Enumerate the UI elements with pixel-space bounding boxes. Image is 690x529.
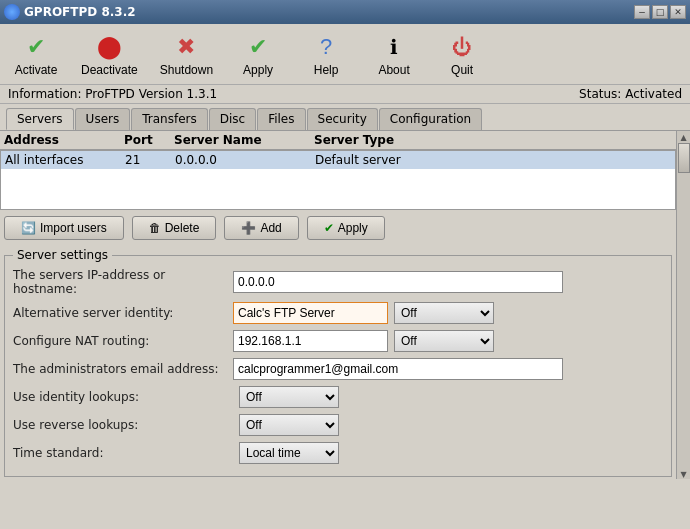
label-identity-lookups: Use identity lookups: bbox=[13, 390, 233, 404]
import-users-label: Import users bbox=[40, 221, 107, 235]
add-label: Add bbox=[260, 221, 281, 235]
settings-row-nat: Configure NAT routing: Off On bbox=[13, 330, 663, 352]
table-header: Address Port Server Name Server Type bbox=[0, 131, 676, 150]
select-time[interactable]: Local time UTC bbox=[239, 442, 339, 464]
select-identity-lookups[interactable]: Off On bbox=[239, 386, 339, 408]
import-users-button[interactable]: 🔄 Import users bbox=[4, 216, 124, 240]
select-identity[interactable]: Off On bbox=[394, 302, 494, 324]
cell-servertype: Default server bbox=[315, 153, 515, 167]
apply-toolbar-label: Apply bbox=[243, 63, 273, 77]
col-header-servertype: Server Type bbox=[314, 133, 514, 147]
apply-label: Apply bbox=[338, 221, 368, 235]
scroll-up-btn[interactable]: ▲ bbox=[680, 133, 686, 142]
settings-row-hostname: The servers IP-address or hostname: bbox=[13, 268, 663, 296]
title-bar: GPROFTPD 8.3.2 − □ ✕ bbox=[0, 0, 690, 24]
input-identity[interactable] bbox=[233, 302, 388, 324]
info-text: Information: ProFTPD Version 1.3.1 bbox=[8, 87, 217, 101]
delete-icon: 🗑 bbox=[149, 221, 161, 235]
about-label: About bbox=[378, 63, 409, 77]
tab-users[interactable]: Users bbox=[75, 108, 131, 130]
scroll-down-btn[interactable]: ▼ bbox=[680, 470, 686, 479]
tab-transfers[interactable]: Transfers bbox=[131, 108, 208, 130]
deactivate-icon: ⬤ bbox=[93, 31, 125, 63]
cell-servername: 0.0.0.0 bbox=[175, 153, 315, 167]
main-content: Address Port Server Name Server Type All… bbox=[0, 131, 690, 479]
settings-row-email: The administrators email address: bbox=[13, 358, 663, 380]
quit-label: Quit bbox=[451, 63, 473, 77]
server-settings-group: Server settings The servers IP-address o… bbox=[4, 248, 672, 477]
maximize-button[interactable]: □ bbox=[652, 5, 668, 19]
quit-button[interactable]: ⏻ Quit bbox=[432, 28, 492, 80]
shutdown-label: Shutdown bbox=[160, 63, 213, 77]
table-body[interactable]: All interfaces 21 0.0.0.0 Default server bbox=[0, 150, 676, 210]
label-time: Time standard: bbox=[13, 446, 233, 460]
app-icon bbox=[4, 4, 20, 20]
cell-port: 21 bbox=[125, 153, 175, 167]
label-nat: Configure NAT routing: bbox=[13, 334, 233, 348]
content-area: Address Port Server Name Server Type All… bbox=[0, 131, 676, 479]
minimize-button[interactable]: − bbox=[634, 5, 650, 19]
activate-button[interactable]: ✔ Activate bbox=[6, 28, 66, 80]
label-identity: Alternative server identity: bbox=[13, 306, 233, 320]
import-users-icon: 🔄 bbox=[21, 221, 36, 235]
tab-disc[interactable]: Disc bbox=[209, 108, 256, 130]
tab-security[interactable]: Security bbox=[307, 108, 378, 130]
select-nat[interactable]: Off On bbox=[394, 330, 494, 352]
apply-icon: ✔ bbox=[324, 221, 334, 235]
help-label: Help bbox=[314, 63, 339, 77]
close-button[interactable]: ✕ bbox=[670, 5, 686, 19]
about-button[interactable]: ℹ About bbox=[364, 28, 424, 80]
col-header-port: Port bbox=[124, 133, 174, 147]
label-email: The administrators email address: bbox=[13, 362, 233, 376]
toolbar: ✔ Activate ⬤ Deactivate ✖ Shutdown ✔ App… bbox=[0, 24, 690, 85]
window-controls: − □ ✕ bbox=[634, 5, 686, 19]
col-header-address: Address bbox=[4, 133, 124, 147]
delete-label: Delete bbox=[165, 221, 200, 235]
shutdown-icon: ✖ bbox=[170, 31, 202, 63]
delete-button[interactable]: 🗑 Delete bbox=[132, 216, 217, 240]
settings-row-identity: Alternative server identity: Off On bbox=[13, 302, 663, 324]
add-button[interactable]: ➕ Add bbox=[224, 216, 298, 240]
quit-icon: ⏻ bbox=[446, 31, 478, 63]
status-bar: Information: ProFTPD Version 1.3.1 Statu… bbox=[0, 85, 690, 104]
input-hostname[interactable] bbox=[233, 271, 563, 293]
server-settings-legend: Server settings bbox=[13, 248, 112, 262]
help-button[interactable]: ? Help bbox=[296, 28, 356, 80]
label-reverse-lookups: Use reverse lookups: bbox=[13, 418, 233, 432]
action-buttons: 🔄 Import users 🗑 Delete ➕ Add ✔ Apply bbox=[0, 210, 676, 246]
apply-toolbar-icon: ✔ bbox=[242, 31, 274, 63]
add-icon: ➕ bbox=[241, 221, 256, 235]
settings-row-time: Time standard: Local time UTC bbox=[13, 442, 663, 464]
input-email[interactable] bbox=[233, 358, 563, 380]
apply-button[interactable]: ✔ Apply bbox=[307, 216, 385, 240]
status-text: Status: Activated bbox=[579, 87, 682, 101]
deactivate-button[interactable]: ⬤ Deactivate bbox=[74, 28, 145, 80]
scrollbar[interactable]: ▲ ▼ bbox=[676, 131, 690, 479]
label-hostname: The servers IP-address or hostname: bbox=[13, 268, 233, 296]
shutdown-button[interactable]: ✖ Shutdown bbox=[153, 28, 220, 80]
tab-files[interactable]: Files bbox=[257, 108, 305, 130]
tab-configuration[interactable]: Configuration bbox=[379, 108, 482, 130]
activate-icon: ✔ bbox=[20, 31, 52, 63]
deactivate-label: Deactivate bbox=[81, 63, 138, 77]
tab-servers[interactable]: Servers bbox=[6, 108, 74, 130]
help-icon: ? bbox=[310, 31, 342, 63]
scroll-thumb[interactable] bbox=[678, 143, 690, 173]
activate-label: Activate bbox=[15, 63, 58, 77]
col-header-servername: Server Name bbox=[174, 133, 314, 147]
window-title: GPROFTPD 8.3.2 bbox=[24, 5, 136, 19]
settings-row-identity-lookups: Use identity lookups: Off On bbox=[13, 386, 663, 408]
input-nat[interactable] bbox=[233, 330, 388, 352]
cell-address: All interfaces bbox=[5, 153, 125, 167]
tab-bar: Servers Users Transfers Disc Files Secur… bbox=[0, 104, 690, 131]
settings-row-reverse-lookups: Use reverse lookups: Off On bbox=[13, 414, 663, 436]
about-icon: ℹ bbox=[378, 31, 410, 63]
table-row[interactable]: All interfaces 21 0.0.0.0 Default server bbox=[1, 151, 675, 169]
apply-toolbar-button[interactable]: ✔ Apply bbox=[228, 28, 288, 80]
select-reverse-lookups[interactable]: Off On bbox=[239, 414, 339, 436]
